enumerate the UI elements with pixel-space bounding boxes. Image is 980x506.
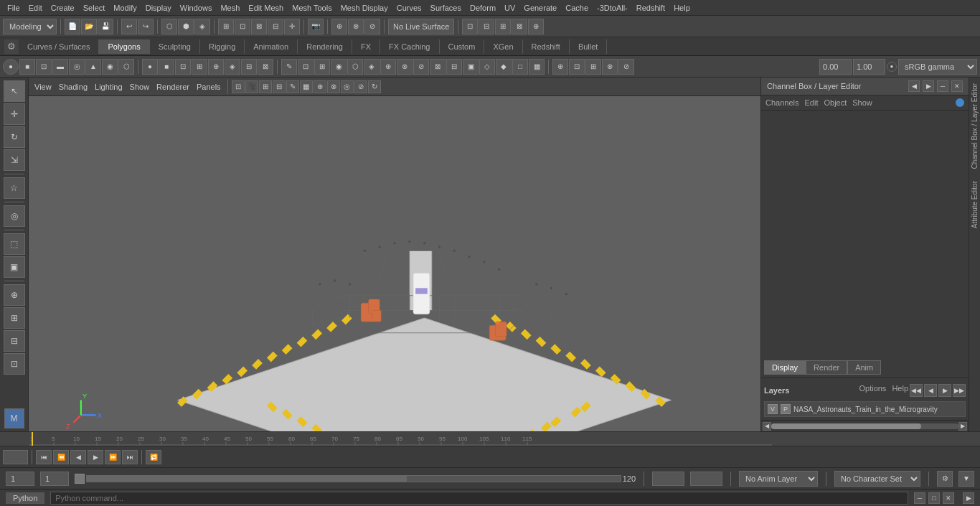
channel-box-left-arrow[interactable]: ◀ bbox=[908, 80, 920, 92]
disp-tab-display[interactable]: Display bbox=[764, 360, 806, 375]
snap-view-button[interactable]: ⊟ bbox=[268, 19, 283, 34]
extra-side-btn1[interactable]: ⊞ bbox=[4, 307, 25, 329]
timeline-area[interactable]: 1 5 10 15 20 25 30 35 40 45 50 55 60 65 … bbox=[0, 431, 980, 446]
layers-nav-next2[interactable]: ▶▶ bbox=[953, 384, 966, 397]
lasso-select-button[interactable]: ⬚ bbox=[4, 233, 25, 255]
poly-op16[interactable]: ▦ bbox=[529, 59, 545, 75]
poly-plane-button[interactable]: ▬ bbox=[52, 59, 68, 75]
gamma-input1[interactable] bbox=[819, 59, 852, 75]
poly-op17[interactable]: ⊕ bbox=[552, 59, 568, 75]
tab-bullet[interactable]: Bullet bbox=[570, 39, 608, 54]
poly-sphere2-button[interactable]: ● bbox=[142, 59, 158, 75]
go-to-start-button[interactable]: ⏮ bbox=[36, 450, 52, 464]
select-by-object-button[interactable]: ⬢ bbox=[178, 19, 194, 34]
snap-curve-button[interactable]: ⊡ bbox=[235, 19, 250, 34]
vp-icon-11[interactable]: ↻ bbox=[368, 80, 381, 93]
render-button[interactable]: ⊕ bbox=[331, 19, 347, 34]
menu-select[interactable]: Select bbox=[79, 2, 110, 14]
poly-op18[interactable]: ⊡ bbox=[569, 59, 585, 75]
cb-menu-edit[interactable]: Edit bbox=[804, 98, 818, 107]
menu-mesh[interactable]: Mesh bbox=[216, 2, 244, 14]
python-expand-button[interactable]: ▶ bbox=[963, 492, 974, 504]
vp-icon-7[interactable]: ⊕ bbox=[314, 80, 326, 93]
poly-op13[interactable]: ◇ bbox=[479, 59, 495, 75]
poly-cube-button[interactable]: ■ bbox=[19, 59, 35, 75]
show-manip-button[interactable]: ⊕ bbox=[4, 284, 25, 306]
vp-icon-10[interactable]: ⊘ bbox=[354, 80, 367, 93]
ipr-button[interactable]: ⊗ bbox=[348, 19, 364, 34]
poly-op1[interactable]: ✎ bbox=[281, 59, 297, 75]
snap-surface-button[interactable]: ✛ bbox=[284, 19, 300, 34]
cb-menu-show[interactable]: Show bbox=[852, 98, 872, 107]
vp-menu-view[interactable]: View bbox=[32, 83, 55, 91]
poly-bridge-button[interactable]: ⊟ bbox=[241, 59, 257, 75]
live-surface-button[interactable]: No Live Surface bbox=[388, 19, 454, 34]
vp-icon-6[interactable]: ▦ bbox=[300, 80, 313, 93]
extra-btn-5[interactable]: ⊕ bbox=[528, 19, 544, 34]
extra-side-btn3[interactable]: ⊡ bbox=[4, 353, 25, 375]
scale-tool-button[interactable]: ⇲ bbox=[4, 149, 25, 171]
rotate-tool-button[interactable]: ↻ bbox=[4, 126, 25, 148]
new-file-button[interactable]: 📄 bbox=[65, 19, 80, 34]
vp-icon-2[interactable]: 🎥 bbox=[245, 80, 258, 93]
poly-cylinder-button[interactable]: ⊡ bbox=[36, 59, 52, 75]
extra-side-btn2[interactable]: ⊟ bbox=[4, 330, 25, 352]
rect-select-button[interactable]: ▣ bbox=[4, 256, 25, 278]
menu-display[interactable]: Display bbox=[141, 2, 176, 14]
select-tool-button[interactable]: ↖ bbox=[4, 80, 25, 102]
poly-op6[interactable]: ◈ bbox=[364, 59, 380, 75]
channel-box-right-arrow[interactable]: ▶ bbox=[923, 80, 934, 92]
vp-icon-3[interactable]: ⊞ bbox=[259, 80, 272, 93]
menu-edit[interactable]: Edit bbox=[24, 2, 47, 14]
menu-windows[interactable]: Windows bbox=[176, 2, 217, 14]
step-back-button[interactable]: ⏪ bbox=[53, 450, 69, 464]
tab-rigging[interactable]: Rigging bbox=[200, 39, 245, 54]
poly-torus-button[interactable]: ◎ bbox=[69, 59, 85, 75]
range-handle-left[interactable] bbox=[75, 474, 85, 484]
poly-op21[interactable]: ⊘ bbox=[618, 59, 634, 75]
extra-btn-1[interactable]: ⊡ bbox=[462, 19, 478, 34]
cb-menu-object[interactable]: Object bbox=[824, 98, 847, 107]
poly-op19[interactable]: ⊞ bbox=[585, 59, 601, 75]
select-by-hierarchy-button[interactable]: ⬡ bbox=[161, 19, 177, 34]
menu-3dtoall[interactable]: -3DtoAll- bbox=[593, 2, 632, 14]
poly-cyl2-button[interactable]: ⊡ bbox=[175, 59, 191, 75]
menu-file[interactable]: File bbox=[3, 2, 24, 14]
tab-fx[interactable]: FX bbox=[352, 39, 380, 54]
tab-redshift[interactable]: Redshift bbox=[523, 39, 570, 54]
python-input[interactable] bbox=[50, 492, 908, 505]
poly-extrude-button[interactable]: ⊞ bbox=[192, 59, 207, 75]
cb-scroll-right-button[interactable]: ▶ bbox=[958, 422, 967, 431]
poly-bevel-button[interactable]: ◈ bbox=[225, 59, 240, 75]
play-forward-button[interactable]: ▶ bbox=[88, 450, 103, 464]
poly-op10[interactable]: ⊠ bbox=[430, 59, 446, 75]
viewport[interactable]: View Shading Lighting Show Renderer Pane… bbox=[29, 78, 760, 431]
select-by-component-button[interactable]: ◈ bbox=[194, 19, 210, 34]
poly-op7[interactable]: ⊕ bbox=[380, 59, 396, 75]
layers-nav-prev2[interactable]: ◀◀ bbox=[910, 384, 923, 397]
cb-menu-channels[interactable]: Channels bbox=[765, 98, 798, 107]
current-frame-input[interactable]: 1 bbox=[3, 450, 28, 464]
float-minimize-button[interactable]: ─ bbox=[914, 492, 925, 504]
menu-generate[interactable]: Generate bbox=[519, 2, 561, 14]
extra-btn-4[interactable]: ⊠ bbox=[512, 19, 527, 34]
right-label-channel-box[interactable]: Channel Box / Layer Editor bbox=[969, 78, 980, 175]
menu-help[interactable]: Help bbox=[669, 2, 694, 14]
layers-options-menu[interactable]: Options bbox=[859, 384, 886, 397]
poly-op14[interactable]: ◆ bbox=[496, 59, 512, 75]
play-back-button[interactable]: ◀ bbox=[70, 450, 86, 464]
save-file-button[interactable]: 💾 bbox=[98, 19, 113, 34]
extra-btn-3[interactable]: ⊞ bbox=[495, 19, 511, 34]
poly-op4[interactable]: ◉ bbox=[331, 59, 347, 75]
menu-edit-mesh[interactable]: Edit Mesh bbox=[244, 2, 288, 14]
disp-tab-anim[interactable]: Anim bbox=[847, 360, 881, 375]
step-forward-button[interactable]: ⏩ bbox=[105, 450, 121, 464]
snap-grid-button[interactable]: ⊞ bbox=[218, 19, 234, 34]
autokey-button[interactable]: ⚙ bbox=[937, 471, 953, 487]
layers-help-menu[interactable]: Help bbox=[892, 384, 908, 397]
poly-cube2-button[interactable]: ■ bbox=[159, 59, 174, 75]
go-to-end-button[interactable]: ⏭ bbox=[122, 450, 138, 464]
menu-uv[interactable]: UV bbox=[500, 2, 519, 14]
poly-op5[interactable]: ⬡ bbox=[347, 59, 363, 75]
layer-playback-toggle[interactable]: P bbox=[781, 404, 791, 414]
